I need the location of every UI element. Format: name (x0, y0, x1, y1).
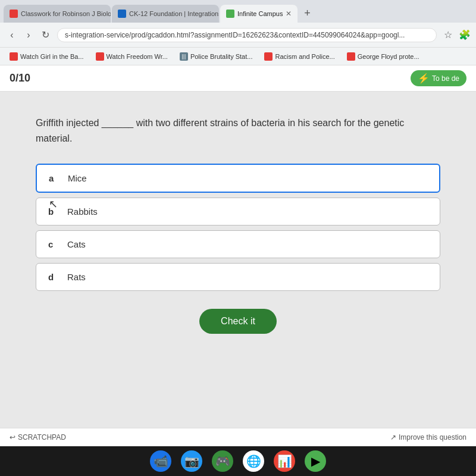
check-btn-container: Check it (36, 309, 440, 334)
slides-symbol: 📊 (277, 454, 292, 468)
lightning-icon: ⚡ (418, 73, 430, 84)
taskbar-zoom-icon[interactable]: 📹 (150, 450, 171, 472)
tab-classwork-label: Classwork for Robinson J Biolo... (21, 10, 111, 17)
bookmark-star-icon[interactable]: ☆ (441, 29, 455, 42)
choice-a-letter: a (49, 173, 58, 183)
page-top-bar: 0/10 ⚡ To be de (0, 65, 476, 92)
tab-ck12[interactable]: CK-12 Foundation | Integrations ✕ (112, 5, 219, 23)
bookmark-george-floyd[interactable]: George Floyd prote... (342, 51, 424, 62)
choice-a-text: Mice (68, 173, 87, 183)
game-symbol: 🎮 (215, 454, 230, 468)
url-bar[interactable]: s-integration-service/prod/gcaddon.html?… (57, 28, 437, 42)
page-content: 0/10 ⚡ To be de ↖ Griffith injected ____… (0, 65, 476, 446)
bookmark-racism[interactable]: Racism and Police... (259, 51, 339, 62)
choice-b-letter: b (48, 206, 58, 217)
bookmarks-bar: Watch Girl in the Ba... Watch Freedom Wr… (0, 48, 476, 65)
choice-d-letter: d (48, 272, 58, 282)
choice-c[interactable]: c Cats (36, 230, 440, 258)
bookmark-watch-freedom-label: Watch Freedom Wr... (107, 53, 168, 60)
bookmark-george-floyd-label: George Floyd prote... (358, 53, 419, 60)
play-symbol: ▶ (311, 454, 320, 468)
to-be-label: To be de (432, 74, 459, 83)
improve-icon: ↗ (390, 433, 396, 441)
choice-d-text: Rats (67, 272, 86, 282)
choice-d[interactable]: d Rats (36, 263, 440, 291)
scratchpad-label: SCRATCHPAD (18, 433, 66, 441)
bookmark-racism-icon (264, 52, 273, 61)
improve-label: Improve this question (399, 433, 466, 441)
page-footer: ↩ SCRATCHPAD ↗ Improve this question (0, 428, 476, 446)
toolbar-icons: ☆ 🧩 (441, 29, 471, 42)
choices-container: a Mice b Rabbits c Cats d Rats (36, 164, 440, 291)
tab-ck12-label: CK-12 Foundation | Integrations (129, 10, 219, 17)
bookmark-watch-girl[interactable]: Watch Girl in the Ba... (5, 51, 89, 62)
choice-b[interactable]: b Rabbits (36, 198, 440, 226)
tab-classwork[interactable]: Classwork for Robinson J Biolo... ✕ (4, 5, 111, 23)
bookmark-police[interactable]: ||| Police Brutality Stat... (175, 51, 258, 62)
bookmark-watch-girl-label: Watch Girl in the Ba... (20, 53, 84, 60)
taskbar-slides-icon[interactable]: 📊 (274, 450, 295, 472)
taskbar-game-icon[interactable]: 🎮 (212, 450, 233, 472)
bookmark-watch-freedom[interactable]: Watch Freedom Wr... (91, 51, 173, 62)
check-it-button[interactable]: Check it (199, 309, 277, 334)
choice-c-letter: c (48, 239, 58, 249)
bookmark-racism-label: Racism and Police... (275, 53, 334, 60)
zoom-symbol: 📹 (154, 454, 168, 468)
extensions-icon[interactable]: 🧩 (458, 29, 471, 42)
url-text: s-integration-service/prod/gcaddon.html?… (65, 31, 405, 39)
taskbar-play-icon[interactable]: ▶ (305, 450, 326, 472)
chrome-symbol: 🌐 (246, 454, 261, 468)
bookmark-watch-freedom-icon (96, 52, 104, 61)
score-display: 0/10 (10, 72, 30, 84)
tab-infinite-campus[interactable]: Infinite Campus ✕ (220, 5, 298, 23)
new-tab-button[interactable]: + (299, 5, 315, 21)
skill-level-badge: ⚡ To be de (411, 70, 466, 86)
forward-button[interactable]: › (21, 28, 36, 42)
choice-a[interactable]: a Mice (36, 164, 440, 193)
bookmark-police-icon: ||| (180, 52, 188, 61)
address-bar: ‹ › ↻ s-integration-service/prod/gcaddon… (0, 23, 476, 48)
tab-infinite-campus-label: Infinite Campus (237, 10, 283, 17)
taskbar-camera-icon[interactable]: 📷 (181, 450, 202, 472)
tab-bar: Classwork for Robinson J Biolo... ✕ CK-1… (0, 0, 476, 23)
question-area: Griffith injected ______ with two differ… (0, 92, 476, 355)
taskbar: 📹 📷 🎮 🌐 📊 ▶ (0, 446, 476, 476)
taskbar-chrome-icon[interactable]: 🌐 (243, 450, 264, 472)
bookmark-watch-girl-icon (10, 52, 18, 61)
choice-c-text: Cats (67, 239, 86, 249)
reload-button[interactable]: ↻ (38, 28, 52, 42)
improve-question-link[interactable]: ↗ Improve this question (390, 433, 466, 441)
bookmark-george-floyd-icon (347, 52, 355, 61)
choice-b-text: Rabbits (67, 206, 98, 217)
tab-infinite-campus-close[interactable]: ✕ (286, 10, 292, 18)
camera-symbol: 📷 (184, 454, 199, 468)
scratchpad-link[interactable]: ↩ SCRATCHPAD (10, 433, 66, 441)
tab-infinite-campus-icon (226, 10, 234, 18)
back-button[interactable]: ‹ (5, 28, 19, 42)
tab-classwork-icon (10, 10, 18, 18)
tab-ck12-icon (118, 10, 126, 18)
question-text: Griffith injected ______ with two differ… (36, 115, 440, 146)
bookmark-police-label: Police Brutality Stat... (190, 53, 253, 60)
scratchpad-icon: ↩ (10, 433, 15, 441)
nav-buttons: ‹ › ↻ (5, 28, 52, 42)
browser-window: Classwork for Robinson J Biolo... ✕ CK-1… (0, 0, 476, 446)
